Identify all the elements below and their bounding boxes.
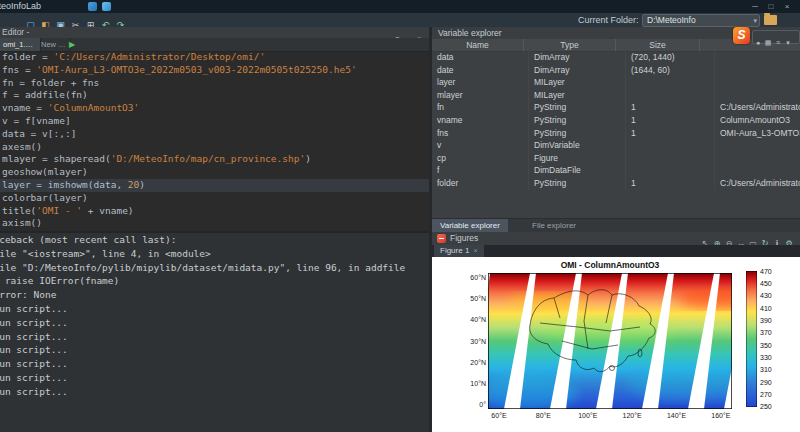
quick-launch-icon[interactable] <box>102 2 111 11</box>
tab-close-icon[interactable]: × <box>474 247 478 254</box>
variable-row-layer[interactable]: layerMILayer <box>432 76 800 89</box>
x-tick-label: 60°E <box>485 411 513 420</box>
tab-file-explorer[interactable]: File explorer <box>524 219 584 233</box>
close-button[interactable]: × <box>779 0 795 13</box>
variable-name: fn <box>432 101 529 114</box>
colorbar-tick-label: 310 <box>760 366 782 374</box>
column-header[interactable]: Size <box>616 39 700 51</box>
variable-size <box>626 164 715 177</box>
variable-value: C:/Users/Administrator/Desktop/om... <box>715 101 800 114</box>
variable-value <box>715 76 800 89</box>
ime-logo[interactable]: S <box>733 27 750 44</box>
variable-type: PyString <box>529 127 626 140</box>
variable-row-fns[interactable]: fnsPyString1OMI-Aura_L3-OMTO3e_2022m05..… <box>432 127 800 140</box>
code-line-4[interactable]: 4f = addfile(fn) <box>0 89 429 102</box>
ime-menu-icon[interactable]: ≡ <box>773 37 783 49</box>
colorbar-tick-label: 370 <box>760 329 782 337</box>
console-output[interactable]: Traceback (most recent call last): File … <box>0 233 429 432</box>
figures-header[interactable]: Figures ↖⊕⊖↔▭↻ℹ⚙ <box>432 232 800 246</box>
title-bar[interactable]: MeteoInfoLab ─ □ × <box>0 0 800 13</box>
maximize-button[interactable]: □ <box>763 0 779 13</box>
variable-type: DimVariable <box>529 139 626 152</box>
variable-type: Figure <box>529 152 626 165</box>
figures-title: Figures <box>450 232 478 245</box>
figure-canvas[interactable]: OMI - ColumnAmountO3 <box>432 257 800 432</box>
run-script-button[interactable]: ▶ <box>66 39 78 50</box>
tab-figure-1[interactable]: Figure 1 × <box>434 245 484 257</box>
variable-size <box>626 139 715 152</box>
colorbar-tick-label: 430 <box>760 292 782 300</box>
code-line-13[interactable]: 13title('OMI - ' + vname) <box>0 205 429 218</box>
column-header[interactable]: Type <box>524 39 616 51</box>
variable-size <box>626 76 715 89</box>
code-line-1[interactable]: 1folder = 'C:/Users/Administrator/Deskto… <box>0 51 429 64</box>
code-line-3[interactable]: 3fn = folder + fns <box>0 77 429 90</box>
ime-keyboard-icon[interactable]: ▦ <box>763 37 773 49</box>
console-line: - run script... <box>0 357 429 371</box>
variable-type: DimDataFile <box>529 164 626 177</box>
variable-row-folder[interactable]: folderPyString1C:/Users/Administrator/De… <box>432 177 800 190</box>
console-line: File "D:/MeteoInfo/pylib/mipylib/dataset… <box>0 261 429 275</box>
console-line: - run script... <box>0 343 429 357</box>
colorbar-tick-label: 450 <box>760 280 782 288</box>
variable-row-vname[interactable]: vnamePyString1ColumnAmountO3 <box>432 114 800 127</box>
code-line-7[interactable]: 7data = v[:,:] <box>0 128 429 141</box>
ime-more-icon[interactable]: ▾ <box>783 37 793 49</box>
ime-toolbar[interactable]: ●▦≡▾ <box>752 30 800 44</box>
x-tick-label: 140°E <box>663 411 691 420</box>
code-lines[interactable]: 1folder = 'C:/Users/Administrator/Deskto… <box>0 51 429 231</box>
variable-name: layer <box>432 76 529 89</box>
variable-value <box>715 152 800 165</box>
code-line-11[interactable]: 11layer = imshowm(data, 20) <box>0 179 429 192</box>
editor-tab-omi[interactable]: omi_1.py× <box>0 38 41 51</box>
current-folder-value: D:\MeteoInfo <box>647 15 696 26</box>
x-tick-label: 100°E <box>574 411 602 420</box>
colorbar <box>746 271 757 407</box>
variable-row-data[interactable]: dataDimArray(720, 1440) <box>432 51 800 64</box>
code-line-10[interactable]: 10geoshow(mlayer) <box>0 166 429 179</box>
code-line-9[interactable]: 9mlayer = shaperead('D:/MeteoInfo/map/cn… <box>0 153 429 166</box>
figures-panel: Figures ↖⊕⊖↔▭↻ℹ⚙ Figure 1 × OMI - Column… <box>432 232 800 432</box>
variable-row-f[interactable]: fDimDataFile <box>432 164 800 177</box>
code-line-8[interactable]: 8axesm() <box>0 141 429 154</box>
variable-type: DimArray <box>529 51 626 64</box>
main-toolbar: ▢◧▣✂⊞↶↷ Current Folder: D:\MeteoInfo ▾ <box>0 13 800 28</box>
console-line: - run script... <box>0 385 429 399</box>
editor-panel: Editor - ▾─× omi_1.py× New File ▶ 1folde… <box>0 27 429 231</box>
code-line-12[interactable]: 12colorbar(layer) <box>0 192 429 205</box>
minimize-button[interactable]: ─ <box>747 0 763 13</box>
code-line-2[interactable]: 2fns = 'OMI-Aura_L3-OMTO3e_2022m0503_v00… <box>0 64 429 77</box>
console-line: - run script... <box>0 330 429 344</box>
browse-folder-button[interactable] <box>764 15 777 25</box>
map-plot[interactable] <box>488 273 732 409</box>
ime-mode-icon[interactable]: ● <box>753 37 763 49</box>
code-line-5[interactable]: 5vname = 'ColumnAmountO3' <box>0 102 429 115</box>
variable-row-cp[interactable]: cpFigure <box>432 152 800 165</box>
variable-row-date[interactable]: dateDimArray(1644, 60) <box>432 64 800 77</box>
variable-name: data <box>432 51 529 64</box>
y-tick-label: 50°N <box>460 294 486 303</box>
current-folder-combobox[interactable]: D:\MeteoInfo ▾ <box>642 14 760 27</box>
code-line-14[interactable]: 14axism() <box>0 217 429 230</box>
variable-value <box>715 164 800 177</box>
variable-row-mlayer[interactable]: mlayerMILayer <box>432 89 800 102</box>
editor-panel-title: Editor - <box>2 27 29 38</box>
colorbar-tick-label: 470 <box>760 268 782 276</box>
window-title: MeteoInfoLab <box>0 0 41 13</box>
chevron-down-icon[interactable]: ▾ <box>753 15 757 26</box>
figures-icon <box>437 234 446 243</box>
variable-type: MILayer <box>529 89 626 102</box>
variable-name: f <box>432 164 529 177</box>
variable-explorer-panel: Variable explorer ▾─× NameTypeSize dataD… <box>432 27 800 232</box>
variable-row-v[interactable]: vDimVariable <box>432 139 800 152</box>
variable-value <box>715 51 800 64</box>
column-header[interactable]: Name <box>432 39 524 51</box>
code-line-6[interactable]: 6v = f[vname] <box>0 115 429 128</box>
figure-toolbar: ↖⊕⊖↔▭↻ℹ⚙ <box>699 232 795 245</box>
console-line: - run script... <box>0 316 429 330</box>
y-tick-label: 0° <box>460 400 486 409</box>
tab-variable-explorer[interactable]: Variable explorer <box>432 219 508 233</box>
variable-row-fn[interactable]: fnPyString1C:/Users/Administrator/Deskto… <box>432 101 800 114</box>
variable-size: 1 <box>626 177 715 190</box>
variable-size: (1644, 60) <box>626 64 715 77</box>
